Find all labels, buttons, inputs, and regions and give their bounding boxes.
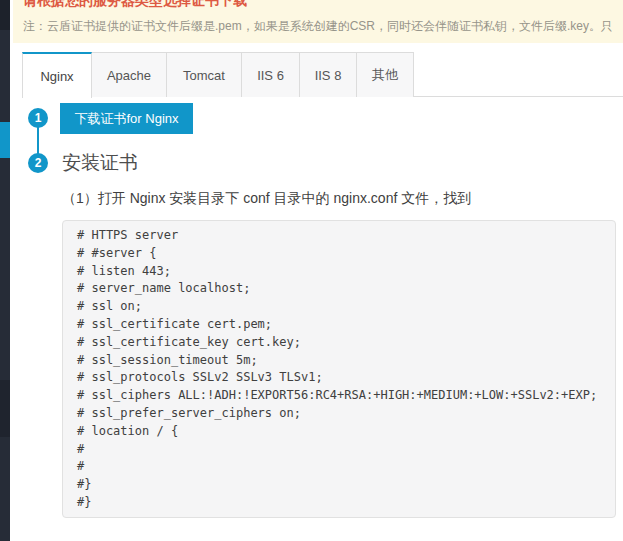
step-2-badge: 2 (28, 153, 48, 173)
code-line: # ssl_ciphers ALL:!ADH:!EXPORT56:RC4+RSA… (77, 387, 603, 405)
code-line: # ssl_prefer_server_ciphers on; (77, 405, 603, 423)
code-line: # ssl_session_timeout 5m; (77, 352, 603, 370)
code-line: # ssl_certificate_key cert.key; (77, 334, 603, 352)
nginx-conf-code-block[interactable]: # HTTPS server # #server { # listen 443;… (62, 220, 616, 518)
notice-warning-text: 请根据您的服务器类型选择证书下载 (23, 0, 623, 10)
code-line: # ssl on; (77, 298, 603, 316)
code-line: # (77, 458, 603, 476)
tab-other[interactable]: 其他 (357, 52, 414, 97)
tab-tomcat[interactable]: Tomcat (167, 52, 242, 97)
notice-note-text: 注：云盾证书提供的证书文件后缀是.pem，如果是系统创建的CSR，同时还会伴随证… (23, 18, 623, 35)
code-line: #} (77, 494, 603, 512)
code-line: # server_name localhost; (77, 280, 603, 298)
sidebar-edge-top-segment (0, 0, 10, 30)
step-1-badge: 1 (28, 108, 48, 128)
step-connector-line (37, 127, 39, 154)
code-line: # ssl_protocols SSLv2 SSLv3 TLSv1; (77, 369, 603, 387)
code-line: # ssl_certificate cert.pem; (77, 316, 603, 334)
install-instruction-text: （1）打开 Nginx 安装目录下 conf 目录中的 nginx.conf 文… (62, 189, 471, 208)
code-line: # listen 443; (77, 263, 603, 281)
page: { "page": { "accent_color": "#1196c9", "… (0, 0, 623, 541)
code-line: # #server { (77, 245, 603, 263)
notice-box: 请根据您的服务器类型选择证书下载 注：云盾证书提供的证书文件后缀是.pem，如果… (13, 0, 623, 43)
sidebar-edge-mid-segment (0, 380, 10, 437)
code-line: #} (77, 476, 603, 494)
code-line: # location / { (77, 423, 603, 441)
install-certificate-title: 安装证书 (62, 152, 138, 174)
tab-iis8[interactable]: IIS 8 (300, 52, 357, 97)
code-line: # HTTPS server (77, 227, 603, 245)
tab-apache[interactable]: Apache (92, 52, 167, 97)
sidebar-scrollbar-thumb[interactable] (0, 122, 10, 158)
sidebar-edge (0, 0, 10, 541)
tab-nginx[interactable]: Nginx (22, 52, 92, 98)
tab-iis6[interactable]: IIS 6 (242, 52, 300, 97)
code-line: # (77, 441, 603, 459)
server-type-tabbar: Nginx Apache Tomcat IIS 6 IIS 8 其他 (22, 52, 623, 97)
download-certificate-button[interactable]: 下载证书for Nginx (60, 103, 193, 134)
